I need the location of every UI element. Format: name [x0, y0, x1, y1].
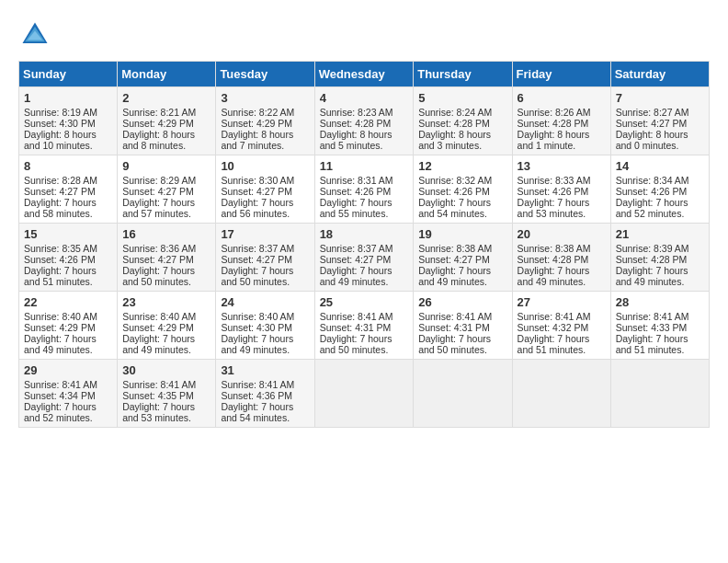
day-number: 17 — [221, 227, 309, 241]
daylight: Daylight: 7 hours and 51 minutes. — [24, 265, 97, 287]
day-number: 13 — [518, 159, 606, 173]
daylight: Daylight: 8 hours and 5 minutes. — [320, 129, 392, 151]
day-number: 14 — [616, 159, 704, 173]
daylight: Daylight: 7 hours and 57 minutes. — [122, 197, 195, 219]
calendar-cell: 1Sunrise: 8:19 AMSunset: 4:30 PMDaylight… — [19, 87, 118, 155]
daylight: Daylight: 7 hours and 49 minutes. — [24, 333, 97, 355]
calendar-cell: 6Sunrise: 8:26 AMSunset: 4:28 PMDaylight… — [512, 87, 610, 155]
sunrise: Sunrise: 8:35 AM — [24, 243, 97, 254]
column-header-friday: Friday — [512, 62, 610, 87]
day-number: 24 — [221, 295, 309, 309]
sunset: Sunset: 4:29 PM — [122, 118, 194, 129]
daylight: Daylight: 7 hours and 52 minutes. — [24, 401, 97, 423]
sunset: Sunset: 4:26 PM — [320, 186, 392, 197]
sunset: Sunset: 4:28 PM — [518, 254, 589, 265]
calendar-cell: 3Sunrise: 8:22 AMSunset: 4:29 PMDaylight… — [216, 87, 314, 155]
sunrise: Sunrise: 8:37 AM — [320, 243, 393, 254]
column-header-monday: Monday — [118, 62, 216, 87]
sunset: Sunset: 4:27 PM — [24, 186, 96, 197]
sunset: Sunset: 4:26 PM — [518, 186, 589, 197]
daylight: Daylight: 8 hours and 10 minutes. — [24, 129, 97, 151]
sunrise: Sunrise: 8:26 AM — [518, 107, 591, 118]
sunrise: Sunrise: 8:24 AM — [418, 107, 492, 118]
daylight: Daylight: 7 hours and 50 minutes. — [418, 333, 491, 355]
sunset: Sunset: 4:26 PM — [616, 186, 688, 197]
daylight: Daylight: 7 hours and 51 minutes. — [518, 333, 590, 355]
calendar-cell: 18Sunrise: 8:37 AMSunset: 4:27 PMDayligh… — [314, 224, 414, 292]
calendar-cell: 22Sunrise: 8:40 AMSunset: 4:29 PMDayligh… — [19, 292, 118, 360]
sunset: Sunset: 4:36 PM — [221, 390, 292, 401]
day-number: 16 — [122, 227, 210, 241]
sunrise: Sunrise: 8:33 AM — [518, 175, 591, 186]
sunset: Sunset: 4:27 PM — [418, 254, 490, 265]
daylight: Daylight: 7 hours and 49 minutes. — [122, 333, 195, 355]
sunrise: Sunrise: 8:41 AM — [122, 379, 196, 390]
sunrise: Sunrise: 8:38 AM — [418, 243, 492, 254]
sunrise: Sunrise: 8:36 AM — [122, 243, 196, 254]
sunset: Sunset: 4:27 PM — [616, 118, 688, 129]
calendar-cell: 11Sunrise: 8:31 AMSunset: 4:26 PMDayligh… — [314, 155, 414, 224]
calendar-cell: 2Sunrise: 8:21 AMSunset: 4:29 PMDaylight… — [118, 87, 216, 155]
calendar-cell: 29Sunrise: 8:41 AMSunset: 4:34 PMDayligh… — [19, 360, 118, 428]
sunset: Sunset: 4:28 PM — [320, 118, 392, 129]
calendar-cell: 10Sunrise: 8:30 AMSunset: 4:27 PMDayligh… — [216, 155, 314, 224]
daylight: Daylight: 8 hours and 7 minutes. — [221, 129, 293, 151]
calendar-cell: 30Sunrise: 8:41 AMSunset: 4:35 PMDayligh… — [118, 360, 216, 428]
sunrise: Sunrise: 8:28 AM — [24, 175, 97, 186]
sunset: Sunset: 4:28 PM — [418, 118, 490, 129]
logo — [18, 18, 55, 52]
calendar-cell: 28Sunrise: 8:41 AMSunset: 4:33 PMDayligh… — [610, 292, 709, 360]
sunset: Sunset: 4:30 PM — [24, 118, 96, 129]
daylight: Daylight: 7 hours and 49 minutes. — [221, 333, 293, 355]
column-header-tuesday: Tuesday — [216, 62, 314, 87]
calendar-cell — [314, 360, 414, 428]
daylight: Daylight: 7 hours and 50 minutes. — [122, 265, 195, 287]
calendar-cell: 17Sunrise: 8:37 AMSunset: 4:27 PMDayligh… — [216, 224, 314, 292]
calendar-cell: 26Sunrise: 8:41 AMSunset: 4:31 PMDayligh… — [414, 292, 512, 360]
sunrise: Sunrise: 8:37 AM — [221, 243, 294, 254]
daylight: Daylight: 7 hours and 50 minutes. — [320, 333, 392, 355]
sunrise: Sunrise: 8:29 AM — [122, 175, 196, 186]
sunset: Sunset: 4:30 PM — [221, 322, 292, 333]
calendar-cell: 8Sunrise: 8:28 AMSunset: 4:27 PMDaylight… — [19, 155, 118, 224]
daylight: Daylight: 8 hours and 1 minute. — [518, 129, 590, 151]
sunrise: Sunrise: 8:21 AM — [122, 107, 196, 118]
calendar-header-row: SundayMondayTuesdayWednesdayThursdayFrid… — [19, 62, 710, 87]
sunrise: Sunrise: 8:22 AM — [221, 107, 294, 118]
sunset: Sunset: 4:34 PM — [24, 390, 96, 401]
calendar-table: SundayMondayTuesdayWednesdayThursdayFrid… — [18, 61, 710, 428]
calendar-cell: 5Sunrise: 8:24 AMSunset: 4:28 PMDaylight… — [414, 87, 512, 155]
day-number: 20 — [518, 227, 606, 241]
calendar-week-row: 29Sunrise: 8:41 AMSunset: 4:34 PMDayligh… — [19, 360, 710, 428]
calendar-week-row: 8Sunrise: 8:28 AMSunset: 4:27 PMDaylight… — [19, 155, 710, 224]
calendar-cell: 31Sunrise: 8:41 AMSunset: 4:36 PMDayligh… — [216, 360, 314, 428]
daylight: Daylight: 7 hours and 55 minutes. — [320, 197, 392, 219]
calendar-cell: 25Sunrise: 8:41 AMSunset: 4:31 PMDayligh… — [314, 292, 414, 360]
column-header-saturday: Saturday — [610, 62, 709, 87]
sunrise: Sunrise: 8:40 AM — [221, 311, 294, 322]
calendar-cell: 7Sunrise: 8:27 AMSunset: 4:27 PMDaylight… — [610, 87, 709, 155]
calendar-cell: 15Sunrise: 8:35 AMSunset: 4:26 PMDayligh… — [19, 224, 118, 292]
day-number: 5 — [418, 91, 506, 105]
sunrise: Sunrise: 8:19 AM — [24, 107, 97, 118]
calendar-cell: 14Sunrise: 8:34 AMSunset: 4:26 PMDayligh… — [610, 155, 709, 224]
day-number: 18 — [320, 227, 409, 241]
day-number: 19 — [418, 227, 506, 241]
day-number: 23 — [122, 295, 210, 309]
sunset: Sunset: 4:27 PM — [221, 186, 292, 197]
daylight: Daylight: 7 hours and 49 minutes. — [616, 265, 688, 287]
daylight: Daylight: 7 hours and 51 minutes. — [616, 333, 688, 355]
calendar-cell — [610, 360, 709, 428]
day-number: 21 — [616, 227, 704, 241]
sunset: Sunset: 4:33 PM — [616, 322, 688, 333]
sunrise: Sunrise: 8:41 AM — [221, 379, 294, 390]
day-number: 3 — [221, 91, 309, 105]
sunset: Sunset: 4:35 PM — [122, 390, 194, 401]
day-number: 2 — [122, 91, 210, 105]
daylight: Daylight: 7 hours and 49 minutes. — [518, 265, 590, 287]
sunset: Sunset: 4:27 PM — [122, 254, 194, 265]
sunrise: Sunrise: 8:27 AM — [616, 107, 689, 118]
daylight: Daylight: 7 hours and 50 minutes. — [221, 265, 293, 287]
daylight: Daylight: 8 hours and 3 minutes. — [418, 129, 491, 151]
day-number: 6 — [518, 91, 606, 105]
